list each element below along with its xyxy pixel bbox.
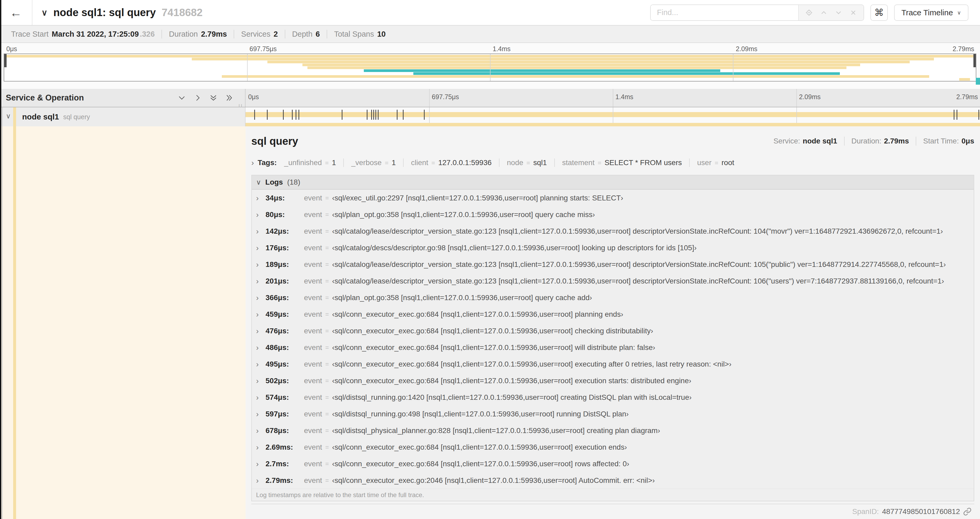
trace-title-wrap: ∨ node sql1: sql query 7418682 — [41, 6, 203, 18]
log-row[interactable]: ›366μs:event=‹sql/plan_opt.go:358 [nsql1… — [252, 289, 974, 306]
log-row[interactable]: ›34μs:event=‹sql/exec_util.go:2297 [nsql… — [252, 190, 974, 206]
log-timestamp: 678μs: — [266, 426, 299, 435]
minimap-left-drag-handle[interactable] — [4, 54, 6, 67]
log-row[interactable]: ›459μs:event=‹sql/conn_executor_exec.go:… — [252, 306, 974, 323]
log-row[interactable]: ›476μs:event=‹sql/conn_executor_exec.go:… — [252, 323, 974, 339]
tag-item[interactable]: client=127.0.0.1:59936 — [404, 158, 500, 167]
minimap-span-bar — [413, 72, 840, 75]
log-row[interactable]: ›597μs:event=‹sql/distsql_running.go:498… — [252, 406, 974, 422]
summary-label: Services — [241, 30, 270, 38]
log-timestamp: 597μs: — [266, 410, 299, 418]
log-row[interactable]: ›201μs:event=‹sql/catalog/lease/descript… — [252, 273, 974, 289]
minimap-right-drag-handle[interactable] — [974, 54, 976, 67]
log-timestamp: 201μs: — [266, 277, 299, 285]
span-row-timeline-cell — [245, 107, 980, 126]
chevron-down-icon[interactable]: ∨ — [6, 112, 11, 120]
next-result-icon[interactable] — [832, 6, 845, 19]
minimap-span-bar — [302, 64, 860, 66]
log-field-value: ‹sql/conn_executor_exec.go:684 [nsql1,cl… — [332, 377, 692, 385]
log-field-key: event — [304, 277, 322, 285]
log-field-value: ‹sql/conn_executor_exec.go:684 [nsql1,cl… — [332, 310, 623, 319]
log-equals: = — [325, 327, 329, 335]
logs-section-header[interactable]: ∨ Logs (18) — [252, 176, 974, 190]
tag-equals: = — [325, 159, 329, 167]
minimap-ruler: 0μs697.75μs1.4ms2.09ms2.79ms — [4, 45, 976, 54]
divider — [844, 137, 845, 145]
log-row[interactable]: ›495μs:event=‹sql/conn_executor_exec.go:… — [252, 356, 974, 372]
tag-item[interactable]: user=root — [690, 158, 741, 167]
log-row[interactable]: ›502μs:event=‹sql/conn_executor_exec.go:… — [252, 372, 974, 389]
prev-result-icon[interactable] — [818, 6, 830, 19]
log-timestamp: 486μs: — [266, 343, 299, 352]
back-button[interactable]: ← — [0, 0, 32, 25]
chevron-right-icon: › — [256, 376, 266, 385]
keyboard-shortcuts-button[interactable]: ⌘ — [870, 5, 888, 21]
ruler-tick-label: 2.09ms — [796, 93, 821, 101]
find-input[interactable] — [651, 5, 798, 20]
log-field-key: event — [304, 244, 322, 252]
view-dropdown-button[interactable]: Trace Timeline ∨ — [894, 5, 969, 21]
trace-summary-item: Depth6 — [285, 30, 328, 38]
log-field-key: event — [304, 310, 322, 319]
tag-equals: = — [715, 159, 718, 167]
chevron-right-icon: › — [256, 193, 266, 203]
collapse-one-icon[interactable] — [178, 94, 186, 102]
tag-item[interactable]: node=sql1 — [500, 158, 555, 167]
focus-target-icon[interactable] — [803, 6, 815, 19]
log-row[interactable]: ›2.7ms:event=‹sql/conn_executor_exec.go:… — [252, 455, 974, 472]
log-row[interactable]: ›678μs:event=‹sql/distsql_physical_plann… — [252, 422, 974, 439]
tag-item[interactable]: statement=SELECT * FROM users — [555, 158, 690, 167]
minimap-canvas[interactable] — [4, 54, 976, 81]
log-field-key: event — [304, 194, 322, 202]
log-row[interactable]: ›574μs:event=‹sql/distsql_running.go:142… — [252, 389, 974, 406]
log-row[interactable]: ›2.69ms:event=‹sql/conn_executor_exec.go… — [252, 439, 974, 455]
tag-equals: = — [598, 159, 601, 167]
minimap-span-bar — [364, 69, 720, 72]
tags-row[interactable]: › Tags: _unfinished=1_verbose=1client=12… — [251, 156, 974, 169]
log-equals: = — [325, 244, 329, 252]
log-equals: = — [325, 261, 329, 268]
ruler-tick-label: 0μs — [4, 45, 17, 53]
clear-find-icon[interactable] — [847, 6, 859, 19]
ruler-gridline — [796, 89, 797, 107]
log-field-value: ‹sql/exec_util.go:2297 [nsql1,client=127… — [332, 194, 623, 202]
log-equals: = — [325, 377, 329, 385]
tag-value: root — [722, 158, 734, 167]
expand-all-icon[interactable] — [225, 94, 234, 102]
tag-item[interactable]: _verbose=1 — [344, 158, 404, 167]
chevron-right-icon: › — [256, 260, 266, 269]
span-bar-row[interactable] — [245, 107, 980, 123]
log-field-value: ‹sql/conn_executor_exec.go:684 [nsql1,cl… — [332, 443, 627, 452]
minimap-span-bar — [192, 58, 934, 61]
span-detail-panel: sql query Service: node sql1 Duration: 2… — [245, 126, 980, 519]
log-row[interactable]: ›486μs:event=‹sql/conn_executor_exec.go:… — [252, 339, 974, 356]
summary-value: 2.79ms — [201, 30, 227, 38]
log-row[interactable]: ›176μs:event=‹sql/catalog/descs/descript… — [252, 240, 974, 256]
log-field-key: event — [304, 476, 322, 485]
chevron-right-icon: › — [256, 277, 266, 286]
tag-item[interactable]: _unfinished=1 — [284, 158, 344, 167]
span-row-name-cell[interactable]: ∨ node sql1 sql query — [0, 107, 245, 126]
log-timestamp: 142μs: — [266, 227, 299, 235]
chevron-right-icon: › — [256, 210, 266, 219]
chevron-right-icon: › — [256, 393, 266, 402]
expand-one-icon[interactable] — [193, 94, 202, 102]
tags-label: Tags: — [258, 158, 277, 167]
log-field-value: ‹sql/catalog/lease/descriptor_version_st… — [332, 227, 943, 235]
log-marker — [397, 110, 398, 120]
service-operation-header: Service & Operation || — [0, 89, 245, 107]
chevron-down-icon[interactable]: ∨ — [41, 8, 48, 18]
chevron-right-icon: › — [256, 343, 266, 352]
log-field-value: ‹sql/catalog/lease/descriptor_version_st… — [332, 260, 946, 269]
collapse-all-icon[interactable] — [209, 94, 218, 102]
chevron-right-icon: › — [256, 459, 266, 468]
log-row[interactable]: ›142μs:event=‹sql/catalog/lease/descript… — [252, 223, 974, 240]
log-row[interactable]: ›80μs:event=‹sql/plan_opt.go:358 [nsql1,… — [252, 206, 974, 223]
log-row[interactable]: ›2.79ms:event=‹sql/conn_executor_exec.go… — [252, 472, 974, 489]
ruler-gridline — [613, 107, 613, 123]
log-field-value: ‹sql/conn_executor_exec.go:684 [nsql1,cl… — [332, 460, 629, 468]
log-field-key: event — [304, 426, 322, 435]
copy-link-icon[interactable] — [963, 508, 972, 516]
top-header: ← ∨ node sql1: sql query 7418682 — [0, 0, 980, 25]
log-row[interactable]: ›189μs:event=‹sql/catalog/lease/descript… — [252, 256, 974, 273]
